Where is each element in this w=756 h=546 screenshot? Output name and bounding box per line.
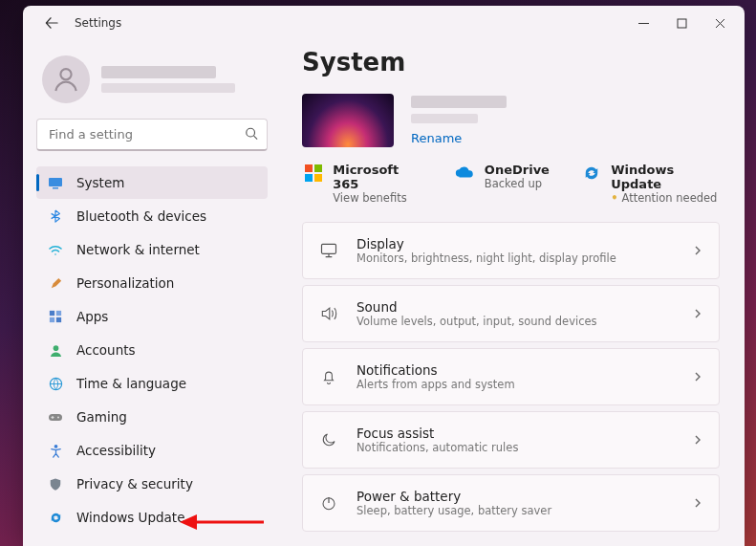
profile-email-redacted (101, 83, 235, 93)
sidebar-item-system[interactable]: System (36, 166, 268, 199)
profile-text (101, 66, 262, 93)
svg-rect-7 (50, 317, 54, 322)
card-display[interactable]: Display Monitors, brightness, night ligh… (302, 222, 720, 279)
sidebar-item-windows-update[interactable]: Windows Update (36, 501, 268, 534)
chevron-right-icon (692, 305, 703, 323)
status-microsoft365[interactable]: Microsoft 365 View benefits (304, 163, 421, 205)
apps-icon (48, 309, 63, 324)
titlebar: Settings (23, 6, 745, 40)
bell-icon (318, 367, 339, 386)
sidebar-item-label: Time & language (76, 376, 186, 391)
update-icon (48, 510, 63, 525)
svg-point-9 (53, 345, 58, 351)
maximize-button[interactable] (662, 8, 701, 38)
svg-rect-4 (53, 187, 58, 189)
status-windows-update[interactable]: Windows Update Attention needed (582, 163, 720, 205)
profile-name-redacted (101, 66, 216, 78)
sidebar: System Bluetooth & devices Network & int… (23, 40, 281, 546)
card-power-battery[interactable]: Power & battery Sleep, battery usage, ba… (302, 474, 720, 532)
card-sub: Notifications, automatic rules (356, 441, 675, 454)
svg-point-2 (247, 128, 255, 137)
card-title: Focus assist (356, 426, 675, 441)
accounts-icon (48, 342, 63, 358)
sidebar-item-label: Accounts (76, 342, 136, 358)
avatar (42, 55, 90, 103)
status-sub: Backed up (485, 177, 550, 190)
sidebar-item-label: Gaming (76, 409, 127, 425)
card-title: Power & battery (356, 489, 675, 504)
globe-icon (48, 376, 63, 391)
status-title: OneDrive (485, 163, 550, 177)
sidebar-item-label: Network & internet (76, 242, 200, 257)
svg-rect-15 (314, 164, 322, 172)
sound-icon (318, 304, 339, 323)
rename-link[interactable]: Rename (411, 131, 507, 145)
app-title: Settings (75, 16, 121, 30)
sidebar-item-privacy[interactable]: Privacy & security (36, 468, 268, 500)
display-icon (318, 241, 339, 260)
device-name-redacted (411, 96, 507, 108)
sidebar-item-label: Accessibility (76, 443, 156, 458)
sidebar-item-personalization[interactable]: Personalization (36, 267, 268, 299)
chevron-right-icon (692, 431, 703, 449)
svg-rect-6 (56, 311, 61, 316)
card-focus-assist[interactable]: Focus assist Notifications, automatic ru… (302, 411, 720, 469)
paintbrush-icon (48, 275, 63, 291)
gaming-icon (48, 409, 63, 425)
sidebar-item-label: Personalization (76, 275, 174, 291)
close-icon (715, 18, 725, 29)
sidebar-item-apps[interactable]: Apps (36, 300, 268, 333)
card-title: Display (356, 236, 675, 251)
onedrive-icon (454, 163, 475, 184)
svg-rect-14 (305, 164, 313, 172)
card-sub: Monitors, brightness, night light, displ… (356, 251, 675, 265)
sidebar-item-bluetooth[interactable]: Bluetooth & devices (36, 200, 268, 232)
windows-update-icon (582, 163, 601, 184)
status-title: Microsoft 365 (333, 163, 421, 191)
sidebar-item-label: Privacy & security (76, 476, 193, 491)
maximize-icon (677, 18, 687, 29)
sidebar-item-time-language[interactable]: Time & language (36, 367, 268, 400)
profile-block[interactable] (36, 50, 268, 117)
chevron-right-icon (692, 494, 703, 513)
chevron-right-icon (692, 368, 703, 386)
bluetooth-icon (48, 208, 63, 224)
sidebar-item-label: Apps (76, 309, 108, 324)
card-title: Notifications (356, 362, 675, 378)
desktop-preview[interactable] (302, 94, 394, 147)
close-button[interactable] (701, 8, 739, 38)
sidebar-item-gaming[interactable]: Gaming (36, 401, 268, 433)
back-button[interactable] (38, 10, 65, 36)
search-box[interactable] (36, 119, 268, 151)
status-onedrive[interactable]: OneDrive Backed up (454, 163, 550, 205)
card-notifications[interactable]: Notifications Alerts from apps and syste… (302, 348, 720, 405)
svg-point-12 (57, 417, 59, 419)
system-icon (48, 175, 63, 190)
chevron-right-icon (692, 242, 703, 260)
svg-rect-8 (56, 317, 61, 322)
minimize-button[interactable] (624, 8, 662, 38)
card-sub: Volume levels, output, input, sound devi… (356, 315, 675, 328)
card-sub: Sleep, battery usage, battery saver (356, 504, 675, 517)
svg-point-1 (60, 69, 71, 79)
settings-window: Settings (23, 6, 745, 546)
svg-rect-3 (49, 178, 62, 186)
svg-rect-11 (49, 414, 62, 421)
search-input[interactable] (36, 119, 268, 151)
svg-rect-5 (50, 311, 54, 316)
main-content: System Rename Microsoft 365 View benefi (281, 40, 745, 546)
sidebar-item-accounts[interactable]: Accounts (36, 334, 268, 366)
svg-point-13 (54, 444, 57, 448)
accessibility-icon (48, 443, 63, 458)
back-arrow-icon (45, 16, 58, 30)
power-icon (318, 494, 339, 512)
sidebar-item-label: Windows Update (76, 510, 184, 525)
sidebar-item-accessibility[interactable]: Accessibility (36, 434, 268, 467)
card-title: Sound (356, 299, 675, 315)
status-sub: Attention needed (611, 191, 720, 205)
sidebar-item-label: Bluetooth & devices (76, 208, 206, 224)
sidebar-item-network[interactable]: Network & internet (36, 233, 268, 266)
card-sub: Alerts from apps and system (356, 378, 675, 391)
status-sub: View benefits (333, 191, 421, 205)
card-sound[interactable]: Sound Volume levels, output, input, soun… (302, 285, 720, 342)
